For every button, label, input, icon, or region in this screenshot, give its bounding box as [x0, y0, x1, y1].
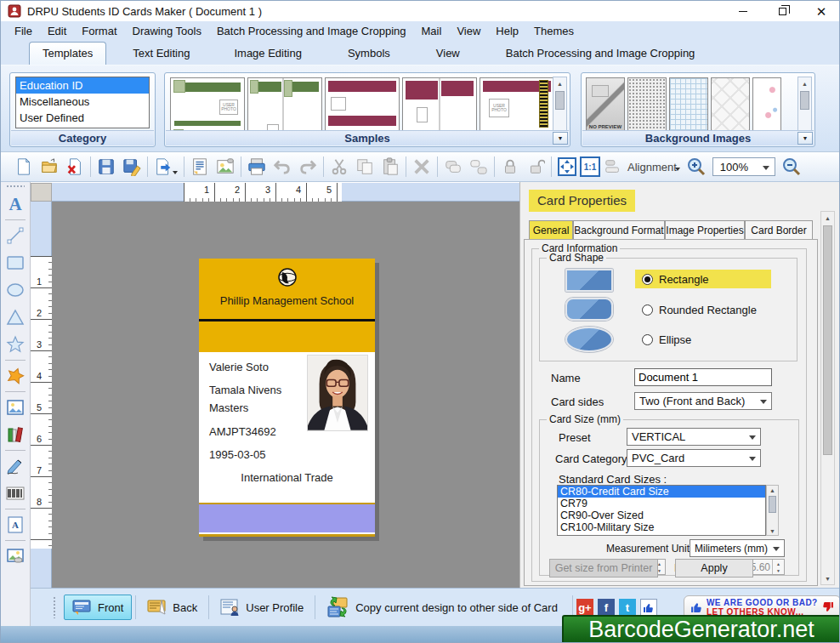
radio-rounded-rectangle[interactable]: Rounded Rectangle — [642, 300, 757, 319]
tab-background-format[interactable]: Background Format — [573, 220, 665, 240]
card-student-name[interactable]: Valerie Soto — [209, 361, 269, 373]
backgrounds-dropdown-icon[interactable]: ▼ — [797, 132, 813, 145]
card-footer-band[interactable] — [199, 504, 375, 532]
save-icon[interactable] — [94, 155, 119, 179]
unlock-icon[interactable] — [523, 155, 548, 179]
menu-file[interactable]: File — [7, 21, 40, 41]
card-student-id[interactable]: AMJPT34692 — [209, 425, 276, 438]
library-tool-icon[interactable] — [3, 421, 28, 448]
user-profile-button[interactable]: User Profile — [213, 595, 311, 620]
new-document-icon[interactable] — [11, 155, 37, 179]
radio-ellipse[interactable]: Ellipse — [642, 330, 691, 349]
apply-button[interactable]: Apply — [675, 559, 753, 578]
zoom-in-icon[interactable] — [684, 155, 709, 179]
copy-design-button[interactable]: Copy current design to other side of Car… — [319, 595, 565, 620]
rectangle-tool-icon[interactable] — [3, 249, 28, 276]
group-icon[interactable] — [440, 155, 466, 179]
menu-format[interactable]: Format — [74, 21, 124, 41]
size-cr100[interactable]: CR100-Military Size — [558, 521, 765, 533]
background-thumbnail[interactable] — [752, 77, 781, 132]
panel-scrollbar[interactable]: ▲ ▼ — [820, 211, 835, 585]
card-student-photo[interactable] — [307, 355, 368, 431]
triangle-tool-icon[interactable] — [3, 304, 28, 331]
open-document-icon[interactable] — [37, 155, 62, 179]
signature-tool-icon[interactable] — [3, 452, 28, 480]
facebook-icon[interactable]: f — [598, 599, 615, 616]
tab-batch-processing[interactable]: Batch Processing and Image Cropping — [493, 43, 708, 65]
front-side-button[interactable]: Front — [64, 595, 132, 620]
export-icon[interactable] — [150, 155, 176, 179]
fit-to-window-icon[interactable] — [554, 155, 580, 179]
tab-text-editing[interactable]: Text Editing — [120, 43, 202, 65]
twitter-icon[interactable]: t — [619, 599, 636, 616]
lock-icon[interactable] — [497, 155, 523, 179]
preset-select[interactable]: VERTICAL — [627, 428, 761, 446]
menu-view[interactable]: View — [449, 21, 488, 41]
menu-batch-processing[interactable]: Batch Processing and Image Cropping — [209, 21, 414, 41]
tab-image-editing[interactable]: Image Editing — [221, 43, 315, 65]
card-header-band-2[interactable] — [199, 322, 375, 352]
zoom-level-select[interactable]: 100% — [712, 157, 775, 176]
bottom-bar-grip[interactable] — [53, 596, 57, 618]
size-cr79[interactable]: CR79 — [558, 498, 765, 509]
globe-icon[interactable] — [277, 267, 298, 287]
size-cr90[interactable]: CR90-Over Sized — [558, 509, 765, 521]
back-side-button[interactable]: Back — [139, 595, 205, 620]
scroll-down-icon[interactable]: ▼ — [821, 572, 834, 584]
export-dropdown-icon[interactable] — [173, 171, 178, 174]
ellipse-tool-icon[interactable] — [3, 276, 28, 304]
actual-size-icon[interactable]: 1:1 — [580, 156, 600, 177]
redo-icon[interactable] — [295, 155, 321, 179]
image-tool-icon[interactable] — [3, 394, 28, 421]
delete-object-icon[interactable] — [409, 155, 434, 179]
category-item-education-id[interactable]: Education ID — [16, 77, 149, 94]
scroll-up-icon[interactable]: ▲ — [821, 212, 834, 224]
samples-dropdown-icon[interactable]: ▼ — [553, 132, 568, 145]
scroll-up-icon[interactable]: ▲ — [553, 77, 566, 89]
card-date-of-birth[interactable]: 1995-03-05 — [209, 448, 266, 461]
alignment-label[interactable]: Alignment — [627, 161, 677, 174]
card-department[interactable]: International Trade — [199, 471, 375, 484]
googleplus-icon[interactable]: g+ — [576, 599, 593, 616]
tab-card-border[interactable]: Card Border — [745, 220, 813, 240]
menu-help[interactable]: Help — [488, 21, 526, 41]
print-icon[interactable] — [244, 155, 270, 179]
tab-view[interactable]: View — [423, 43, 473, 65]
menu-edit[interactable]: Edit — [40, 21, 74, 41]
tab-symbols[interactable]: Symbols — [335, 43, 403, 65]
card-accent-line[interactable] — [199, 534, 375, 537]
like-icon[interactable] — [640, 599, 657, 616]
sizes-scrollbar[interactable]: ▲ ▼ — [766, 485, 779, 536]
document-name-input[interactable] — [634, 368, 772, 386]
custom-shape-tool-icon[interactable] — [3, 362, 28, 390]
close-button[interactable]: ✕ — [802, 1, 840, 21]
category-item-user-defined[interactable]: User Defined — [16, 110, 149, 126]
barcode-tool-icon[interactable] — [3, 480, 28, 507]
tab-templates[interactable]: Templates — [29, 42, 106, 65]
zoom-out-icon[interactable] — [779, 155, 804, 179]
radio-rectangle[interactable]: Rectangle — [635, 270, 771, 288]
menu-themes[interactable]: Themes — [526, 21, 582, 41]
text-tool-icon[interactable]: A — [3, 191, 28, 218]
measurement-unit-select[interactable]: Milimeters (mm) — [690, 539, 785, 557]
background-thumbnail[interactable] — [711, 77, 750, 132]
id-card-preview[interactable]: Phillip Management School Valerie Soto T… — [199, 259, 375, 537]
category-list[interactable]: Education ID Miscellaneous User Defined — [15, 77, 150, 128]
paste-icon[interactable] — [377, 155, 403, 179]
size-cr80[interactable]: CR80-Credit Card Size — [558, 486, 765, 498]
get-size-from-printer-button[interactable]: Get size from Printer — [549, 559, 658, 578]
styled-text-tool-icon[interactable]: A — [3, 511, 28, 538]
image-button-tool-icon[interactable] — [3, 543, 28, 570]
alignment-icon[interactable] — [600, 155, 626, 179]
undo-icon[interactable] — [270, 155, 295, 179]
page-notes-icon[interactable] — [187, 155, 213, 179]
scroll-down-icon[interactable]: ▼ — [767, 526, 778, 535]
category-item-miscellaneous[interactable]: Miscellaneous — [16, 94, 149, 110]
ungroup-icon[interactable] — [466, 155, 491, 179]
save-as-icon[interactable] — [119, 155, 145, 179]
background-thumbnail-no-preview[interactable]: NO PREVIEW — [586, 77, 625, 132]
card-category-select[interactable]: PVC_Card — [627, 449, 761, 467]
menu-mail[interactable]: Mail — [414, 21, 450, 41]
cut-icon[interactable] — [326, 155, 352, 179]
star-tool-icon[interactable] — [3, 331, 28, 358]
